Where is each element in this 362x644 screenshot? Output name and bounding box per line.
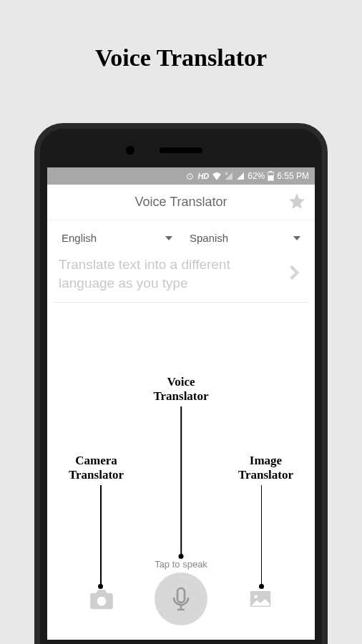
app-header: Voice Translator <box>47 185 315 220</box>
voice-translate-button[interactable] <box>155 572 207 625</box>
annotation-dot <box>179 554 184 559</box>
star-icon <box>288 192 306 210</box>
image-icon <box>247 585 274 613</box>
translate-input[interactable]: Translate text into a different language… <box>59 255 285 292</box>
annotation-line <box>261 485 263 585</box>
svg-point-5 <box>255 595 258 598</box>
annotation-camera-label: Camera Translator <box>69 454 124 482</box>
to-language-select[interactable]: Spanish <box>181 228 309 248</box>
chevron-right-icon <box>285 263 303 282</box>
annotation-line <box>180 406 182 555</box>
go-button[interactable] <box>285 263 303 285</box>
microphone-icon <box>167 585 195 613</box>
signal-icon-1 <box>225 172 233 180</box>
annotation-line <box>100 485 102 585</box>
chevron-down-icon <box>165 236 172 240</box>
language-row: English Spanish <box>47 220 315 253</box>
chevron-down-icon <box>293 236 300 240</box>
battery-icon <box>268 171 274 181</box>
input-row: Translate text into a different language… <box>53 253 309 303</box>
phone-frame: HD 62% 6:55 PM Voice Translator English <box>34 123 328 644</box>
from-language-select[interactable]: English <box>53 228 181 248</box>
from-language-label: English <box>62 232 97 244</box>
page-title: Voice Translator <box>0 0 362 72</box>
camera-icon <box>88 585 115 613</box>
hd-badge: HD <box>197 172 209 180</box>
wifi-icon <box>212 172 222 180</box>
svg-rect-3 <box>177 588 185 602</box>
phone-speaker <box>160 147 202 153</box>
bottom-actions <box>47 572 315 625</box>
image-translate-button[interactable] <box>245 584 275 614</box>
svg-rect-2 <box>268 175 273 180</box>
alarm-icon <box>185 172 195 181</box>
signal-icon-2 <box>236 172 245 180</box>
favorites-button[interactable] <box>288 192 306 213</box>
tap-to-speak-label: Tap to speak <box>155 559 207 570</box>
annotation-image-label: Image Translator <box>238 454 293 482</box>
battery-percent: 62% <box>248 171 265 181</box>
phone-camera <box>126 146 134 155</box>
app-title: Voice Translator <box>134 195 227 210</box>
clock-text: 6:55 PM <box>277 171 309 181</box>
annotation-voice-label: Voice Translator <box>153 375 208 403</box>
status-bar: HD 62% 6:55 PM <box>47 167 315 185</box>
app-screen: HD 62% 6:55 PM Voice Translator English <box>47 167 315 640</box>
to-language-label: Spanish <box>190 232 228 244</box>
camera-translate-button[interactable] <box>87 584 117 614</box>
phone-inner: HD 62% 6:55 PM Voice Translator English <box>40 129 322 644</box>
